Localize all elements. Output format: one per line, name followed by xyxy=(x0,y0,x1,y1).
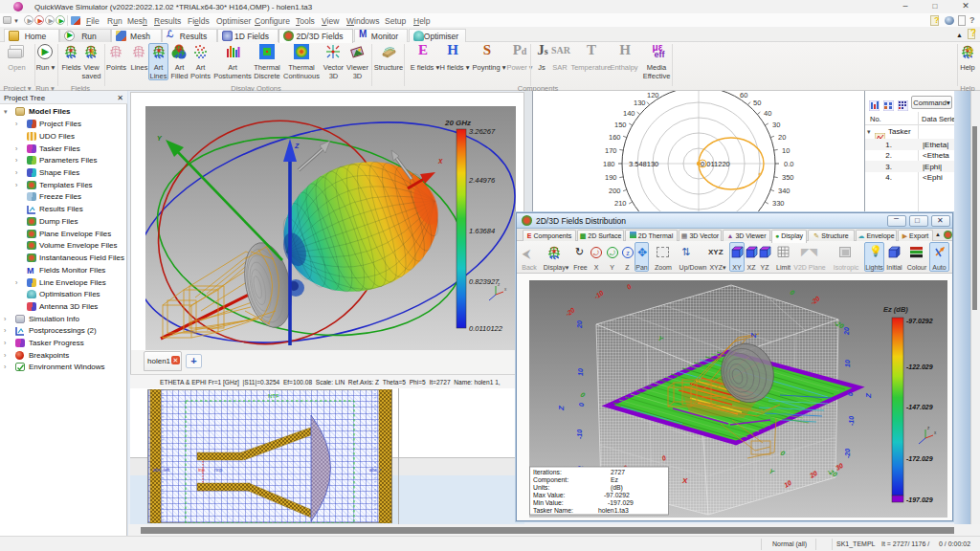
svg-text:-197.029: -197.029 xyxy=(608,499,634,506)
svg-text:340: 340 xyxy=(778,187,791,195)
svg-text:-172.029: -172.029 xyxy=(906,455,933,462)
svg-text:-197.029: -197.029 xyxy=(906,496,933,503)
svg-text:X: X xyxy=(681,476,688,485)
svg-text:Min Value:: Min Value: xyxy=(533,499,564,506)
svg-text:Max Value:: Max Value: xyxy=(533,492,566,498)
svg-text:Iterations:: Iterations: xyxy=(533,469,562,475)
svg-text:0.0110122: 0.0110122 xyxy=(469,324,503,333)
svg-text:THETA: THETA xyxy=(310,131,327,137)
svg-text:210: 210 xyxy=(614,199,627,208)
svg-text:20 GHz: 20 GHz xyxy=(444,119,471,127)
svg-text:10: 10 xyxy=(782,146,790,155)
svg-text:40: 40 xyxy=(764,109,771,118)
svg-text:0.0: 0.0 xyxy=(784,160,793,168)
svg-text:-122.029: -122.029 xyxy=(906,364,933,370)
svg-text:abs_left: abs_left xyxy=(153,467,170,473)
svg-text:-10: -10 xyxy=(848,416,855,426)
svg-text:PHI: PHI xyxy=(390,141,400,146)
svg-text:3.548130: 3.548130 xyxy=(629,160,658,168)
svg-text:140: 140 xyxy=(623,109,635,118)
svg-text:Component:: Component: xyxy=(533,476,568,484)
svg-text:Z: Z xyxy=(294,143,300,149)
svg-text:60: 60 xyxy=(740,91,747,99)
svg-text:(dB): (dB) xyxy=(611,484,623,492)
svg-text:150: 150 xyxy=(614,121,627,129)
svg-text:Ez: Ez xyxy=(611,476,619,483)
svg-text:NTF: NTF xyxy=(268,393,279,399)
svg-text:130: 130 xyxy=(634,99,646,107)
svg-text:350: 350 xyxy=(782,173,794,182)
svg-text:10: 10 xyxy=(844,360,851,367)
svg-text:3.26267: 3.26267 xyxy=(469,127,496,136)
svg-text:170: 170 xyxy=(605,146,617,155)
svg-text:X: X xyxy=(437,158,443,165)
svg-text:-97.0292: -97.0292 xyxy=(604,492,630,498)
svg-text:330: 330 xyxy=(772,199,785,208)
svg-text:?: ? xyxy=(967,46,973,59)
svg-text:abs_r: abs_r xyxy=(369,467,382,473)
svg-text:190: 190 xyxy=(605,173,617,182)
svg-text:-97.0292: -97.0292 xyxy=(906,318,933,324)
svg-text:20: 20 xyxy=(778,133,786,142)
svg-text:Units:: Units: xyxy=(533,484,549,491)
svg-text:20: 20 xyxy=(576,320,583,329)
svg-text:30: 30 xyxy=(772,121,780,129)
svg-text:10: 10 xyxy=(577,368,584,376)
svg-text:Ez (dB): Ez (dB) xyxy=(883,305,908,314)
svg-text:Tasker Name:: Tasker Name: xyxy=(533,507,573,514)
svg-text:20: 20 xyxy=(843,327,850,336)
svg-text:0: 0 xyxy=(847,392,854,396)
svg-text:-20: -20 xyxy=(844,449,851,458)
svg-text:2.44976: 2.44976 xyxy=(468,176,496,185)
svg-text:-10: -10 xyxy=(576,430,583,439)
svg-text:rinp: rinp xyxy=(214,467,223,473)
svg-text:1.63684: 1.63684 xyxy=(469,227,495,235)
svg-text:inp: inp xyxy=(198,467,205,473)
svg-text:50: 50 xyxy=(753,99,761,107)
svg-text:2727: 2727 xyxy=(611,469,625,475)
svg-text:120: 120 xyxy=(647,91,659,99)
svg-text:0: 0 xyxy=(578,403,585,407)
svg-text:200: 200 xyxy=(609,187,621,195)
svg-text:0.823927: 0.823927 xyxy=(469,277,500,286)
svg-text:-147.029: -147.029 xyxy=(906,404,933,410)
svg-text:holen1.ta3: holen1.ta3 xyxy=(598,507,629,514)
svg-text:160: 160 xyxy=(609,133,621,142)
svg-text:180: 180 xyxy=(603,160,615,168)
